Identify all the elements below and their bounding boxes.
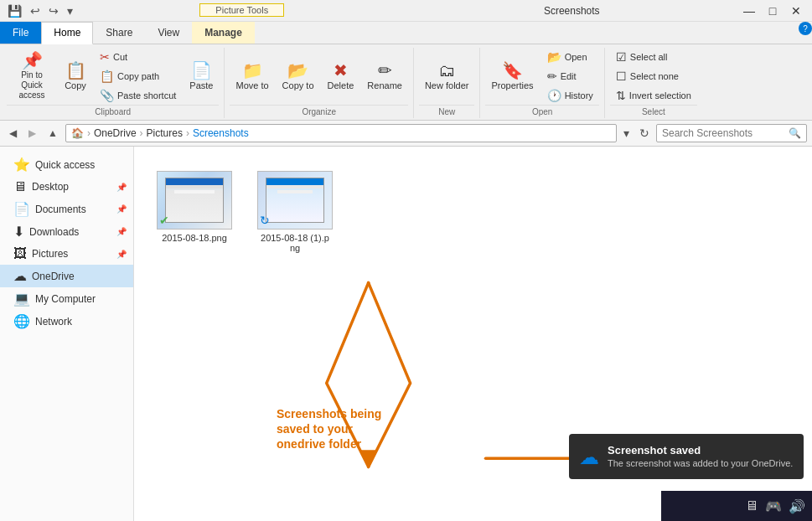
refresh-btn[interactable]: ↻	[636, 125, 653, 142]
dropdown-qa-btn[interactable]: ▾	[65, 3, 75, 18]
file-thumbnail-1: ✔	[157, 171, 232, 230]
ribbon-group-clipboard: 📌 Pin to Quick access 📋 Copy ✂ Cut 📋	[2, 48, 225, 118]
organize-label: Organize	[230, 105, 407, 118]
sidebar-item-my-computer[interactable]: 💻 My Computer	[0, 287, 133, 310]
open-btn[interactable]: 📂 Open	[541, 48, 599, 66]
file-item-2[interactable]: ↻ 2015-08-18 (1).png	[253, 165, 337, 259]
sidebar-label-downloads: Downloads	[29, 226, 79, 238]
copy-path-btn[interactable]: 📋 Copy path	[94, 67, 182, 85]
move-to-btn[interactable]: 📁 Move to	[230, 58, 274, 95]
open-icon: 📂	[547, 50, 561, 64]
paste-shortcut-icon: 📎	[100, 89, 114, 102]
path-screenshots[interactable]: Screenshots	[193, 127, 249, 139]
dropdown-path-btn[interactable]: ▾	[620, 125, 633, 142]
move-to-icon: 📁	[242, 62, 263, 79]
undo-qa-btn[interactable]: ↩	[28, 3, 43, 18]
path-onedrive[interactable]: OneDrive	[94, 127, 137, 139]
pin-to-quick-access-btn[interactable]: 📌 Pin to Quick access	[7, 48, 57, 105]
new-folder-btn[interactable]: 🗂 New folder	[419, 58, 475, 95]
ribbon-tabs: File Home Share View Manage ?	[0, 22, 812, 44]
file-item-1[interactable]: ✔ 2015-08-18.png	[153, 165, 236, 259]
redo-qa-btn[interactable]: ↪	[46, 3, 61, 18]
svg-marker-0	[360, 450, 377, 467]
close-btn[interactable]: ✕	[785, 3, 807, 19]
sidebar-item-network[interactable]: 🌐 Network	[0, 310, 133, 333]
select-all-btn[interactable]: ☑ Select all	[610, 48, 697, 66]
sidebar-label-desktop: Desktop	[32, 181, 69, 193]
pin-indicator-documents: 📌	[116, 204, 127, 214]
file-name-2: 2015-08-18 (1).png	[259, 233, 331, 253]
search-input[interactable]	[662, 127, 789, 139]
up-btn[interactable]: ▲	[44, 125, 62, 142]
select-label: Select	[610, 105, 697, 118]
ribbon-content: 📌 Pin to Quick access 📋 Copy ✂ Cut 📋	[0, 44, 812, 120]
tab-home[interactable]: Home	[41, 22, 93, 44]
taskbar-volume-icon[interactable]: 🔊	[789, 498, 805, 514]
rename-icon: ✏	[378, 62, 392, 79]
picture-tools-label: Picture Tools	[199, 3, 284, 17]
open-label: Open	[485, 105, 598, 118]
select-none-btn[interactable]: ☐ Select none	[610, 67, 697, 85]
delete-btn[interactable]: ✖ Delete	[322, 58, 360, 95]
paste-btn[interactable]: 📄 Paste	[184, 58, 219, 95]
sidebar-item-downloads[interactable]: ⬇ Downloads 📌	[0, 220, 133, 243]
tab-file[interactable]: File	[0, 22, 41, 44]
maximize-btn[interactable]: □	[762, 3, 784, 19]
cut-btn[interactable]: ✂ Cut	[94, 48, 182, 66]
file-name-1: 2015-08-18.png	[162, 233, 227, 243]
properties-btn[interactable]: 🔖 Properties	[485, 58, 539, 95]
invert-icon: ⇅	[616, 89, 626, 102]
edit-btn[interactable]: ✏ Edit	[541, 67, 599, 85]
back-btn[interactable]: ◀	[5, 125, 21, 142]
ribbon-group-organize: 📁 Move to 📂 Copy to ✖ Delete ✏ Rename Or…	[225, 48, 413, 118]
search-icon[interactable]: 🔍	[789, 127, 801, 139]
select-btns: ☑ Select all ☐ Select none ⇅ Invert sele…	[610, 48, 697, 105]
sidebar-item-documents[interactable]: 📄 Documents 📌	[0, 198, 133, 220]
sidebar-item-quick-access[interactable]: ⭐ Quick access	[0, 153, 133, 176]
forward-btn[interactable]: ▶	[24, 125, 40, 142]
scissors-icon: ✂	[100, 50, 110, 64]
sidebar: ⭐ Quick access 🖥 Desktop 📌 📄 Documents 📌…	[0, 147, 134, 521]
taskbar-display-icon[interactable]: 🖥	[745, 498, 758, 513]
minimize-btn[interactable]: —	[738, 3, 760, 19]
copy-icon: 📋	[65, 62, 86, 79]
address-path[interactable]: 🏠 › OneDrive › Pictures › Screenshots	[65, 124, 617, 142]
path-home-icon: 🏠	[71, 127, 84, 139]
sidebar-item-desktop[interactable]: 🖥 Desktop 📌	[0, 176, 133, 198]
select-group-items: ☑ Select all ☐ Select none ⇅ Invert sele…	[610, 48, 697, 105]
select-all-icon: ☑	[616, 50, 627, 64]
toast-notification: ☁ Screenshot saved The screenshot was ad…	[569, 434, 804, 479]
copy-btn[interactable]: 📋 Copy	[59, 58, 92, 95]
tab-manage[interactable]: Manage	[192, 22, 255, 44]
edit-icon: ✏	[547, 70, 557, 83]
ribbon: File Home Share View Manage ? 📌 Pin to Q…	[0, 22, 812, 121]
history-btn[interactable]: 🕐 History	[541, 86, 599, 105]
address-bar: ◀ ▶ ▲ 🏠 › OneDrive › Pictures › Screensh…	[0, 121, 812, 147]
sidebar-label-my-computer: My Computer	[35, 293, 96, 305]
desktop-icon: 🖥	[13, 179, 27, 194]
new-folder-icon: 🗂	[438, 62, 455, 79]
copy-to-btn[interactable]: 📂 Copy to	[277, 58, 320, 95]
my-computer-icon: 💻	[13, 291, 30, 307]
invert-selection-btn[interactable]: ⇅ Invert selection	[610, 86, 697, 105]
save-qa-btn[interactable]: 💾	[5, 3, 24, 18]
sidebar-label-pictures: Pictures	[32, 248, 68, 260]
select-none-icon: ☐	[616, 70, 627, 83]
paste-icon: 📄	[191, 62, 212, 79]
sidebar-item-onedrive[interactable]: ☁ OneDrive	[0, 265, 133, 287]
path-pictures[interactable]: Pictures	[147, 127, 183, 139]
paste-shortcut-btn[interactable]: 📎 Paste shortcut	[94, 86, 182, 105]
documents-icon: 📄	[13, 201, 30, 217]
clipboard-group-items: 📌 Pin to Quick access 📋 Copy ✂ Cut 📋	[7, 48, 219, 105]
tab-share[interactable]: Share	[93, 22, 145, 44]
sidebar-label-quick-access: Quick access	[35, 159, 95, 171]
taskbar-gpu-icon[interactable]: 🎮	[765, 498, 782, 514]
history-icon: 🕐	[547, 89, 561, 102]
properties-icon: 🔖	[502, 62, 523, 79]
toast-onedrive-icon: ☁	[579, 446, 599, 469]
tab-view[interactable]: View	[145, 22, 192, 44]
sidebar-item-pictures[interactable]: 🖼 Pictures 📌	[0, 243, 133, 265]
rename-btn[interactable]: ✏ Rename	[361, 58, 408, 95]
search-box[interactable]: 🔍	[656, 124, 807, 142]
help-btn[interactable]: ?	[799, 22, 812, 35]
